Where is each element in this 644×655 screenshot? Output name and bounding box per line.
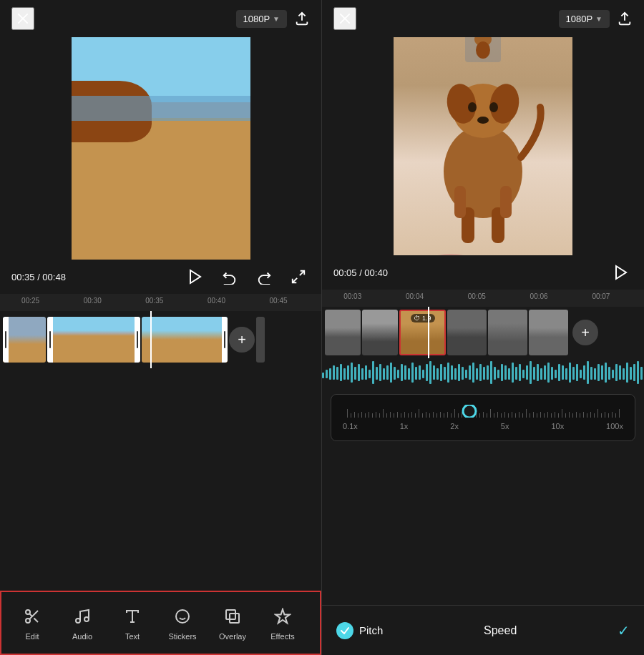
svg-rect-81 <box>469 365 471 380</box>
right-playhead <box>428 307 429 358</box>
right-confirm-button[interactable]: ✓ <box>618 622 630 639</box>
left-timeline-track[interactable]: + <box>0 311 321 368</box>
svg-rect-160 <box>562 409 562 418</box>
left-clip-2-handle-left[interactable] <box>47 317 53 363</box>
svg-rect-179 <box>422 413 423 418</box>
svg-rect-128 <box>637 361 639 384</box>
left-empty-area <box>0 368 321 591</box>
svg-rect-163 <box>583 412 584 418</box>
svg-rect-70 <box>429 361 431 384</box>
svg-rect-203 <box>594 413 595 418</box>
toolbar-item-text[interactable]: Text <box>107 594 157 651</box>
toolbar-item-overlay[interactable]: Overlay <box>208 594 258 651</box>
svg-rect-173 <box>379 413 380 418</box>
svg-rect-100 <box>537 364 539 381</box>
svg-rect-153 <box>512 412 512 418</box>
left-clip-1[interactable] <box>3 317 46 363</box>
svg-rect-144 <box>447 412 448 418</box>
svg-rect-122 <box>615 364 618 381</box>
svg-rect-105 <box>555 370 557 378</box>
right-audio-waveform <box>322 358 644 387</box>
svg-rect-140 <box>419 409 419 418</box>
right-header-right: 1080P ▼ <box>559 10 633 28</box>
left-controls-bar: 00:35 / 00:48 <box>0 260 321 294</box>
svg-rect-51 <box>361 368 364 380</box>
right-clip-5[interactable] <box>488 310 527 355</box>
right-clip-1[interactable] <box>325 310 361 355</box>
svg-rect-194 <box>530 413 530 418</box>
left-play-button[interactable] <box>184 265 207 288</box>
toolbar-item-stickers[interactable]: Stickers <box>157 594 208 651</box>
toolbar-item-effects[interactable]: Effects <box>258 594 308 651</box>
svg-rect-74 <box>444 367 446 380</box>
svg-rect-40 <box>322 373 324 378</box>
svg-rect-197 <box>551 413 552 418</box>
svg-rect-103 <box>547 363 550 383</box>
waveform-svg <box>322 358 644 387</box>
left-clip-1-handle-left[interactable] <box>3 317 9 363</box>
ruler-mark-4: 00:40 <box>208 297 225 305</box>
svg-line-3 <box>300 271 304 275</box>
svg-rect-67 <box>419 365 421 380</box>
left-add-clip-button[interactable]: + <box>229 327 255 353</box>
svg-rect-98 <box>530 361 532 384</box>
left-fullscreen-button[interactable] <box>287 265 310 288</box>
left-clip-2-handle-right[interactable] <box>135 317 140 363</box>
svg-rect-150 <box>490 409 491 418</box>
right-clip-6[interactable] <box>529 310 568 355</box>
right-add-clip-button[interactable]: + <box>572 320 598 345</box>
right-play-button[interactable] <box>610 261 633 284</box>
left-undo-button[interactable] <box>218 265 241 288</box>
pitch-check-icon[interactable] <box>336 622 353 639</box>
speed-center-label: Speed <box>484 624 517 637</box>
svg-rect-200 <box>572 413 573 418</box>
left-export-button[interactable] <box>294 11 310 26</box>
pitch-control[interactable]: Pitch <box>336 622 383 639</box>
svg-rect-123 <box>619 365 621 380</box>
right-export-button[interactable] <box>617 11 633 26</box>
svg-rect-43 <box>333 365 335 380</box>
svg-rect-162 <box>576 412 577 418</box>
svg-rect-112 <box>580 370 582 378</box>
toolbar-effects-label: Effects <box>270 632 294 641</box>
svg-line-4 <box>293 278 297 282</box>
left-redo-button[interactable] <box>253 265 275 288</box>
left-resolution-button[interactable]: 1080P ▼ <box>236 10 288 28</box>
toolbar-item-edit[interactable]: Edit <box>7 594 57 651</box>
svg-rect-152 <box>504 412 505 418</box>
right-resolution-button[interactable]: 1080P ▼ <box>559 10 610 28</box>
right-clip-4[interactable] <box>447 310 487 355</box>
svg-point-6 <box>26 619 30 623</box>
speed-label-100x: 100x <box>606 422 623 430</box>
svg-rect-157 <box>540 412 541 418</box>
right-controls-bar: 00:05 / 00:40 <box>322 255 644 290</box>
toolbar-stickers-label: Stickers <box>168 632 196 641</box>
svg-point-28 <box>468 102 477 112</box>
left-clip-3[interactable] <box>142 317 228 363</box>
svg-point-207 <box>463 405 476 418</box>
speed-control-box: 0.1x 1x 2x 5x 10x 100x <box>331 394 635 441</box>
right-close-button[interactable] <box>333 7 356 30</box>
right-clip-selected[interactable]: ⏱ 1.9 <box>399 310 446 355</box>
left-close-button[interactable] <box>11 7 34 30</box>
svg-rect-143 <box>440 412 441 418</box>
right-timeline-ruler: 00:03 00:04 00:05 00:06 00:07 <box>322 290 644 307</box>
svg-rect-136 <box>390 412 391 418</box>
left-bottom-toolbar: Edit Audio Text <box>0 591 321 655</box>
svg-rect-82 <box>472 363 474 383</box>
toolbar-item-audio[interactable]: Audio <box>57 594 107 651</box>
svg-rect-65 <box>411 363 414 383</box>
svg-rect-206 <box>615 413 616 418</box>
left-clip-3-handle-right[interactable] <box>222 317 228 363</box>
svg-rect-17 <box>226 610 235 619</box>
svg-rect-196 <box>544 413 545 418</box>
svg-rect-155 <box>526 409 527 418</box>
svg-rect-138 <box>404 412 405 418</box>
right-timeline-track[interactable]: ⏱ 1.9 + <box>322 307 644 358</box>
left-clip-2[interactable] <box>47 317 140 363</box>
svg-rect-33 <box>454 186 466 218</box>
svg-rect-164 <box>590 412 591 418</box>
svg-rect-133 <box>369 412 369 418</box>
right-clip-2[interactable] <box>362 310 398 355</box>
speed-label-10x: 10x <box>551 422 564 430</box>
